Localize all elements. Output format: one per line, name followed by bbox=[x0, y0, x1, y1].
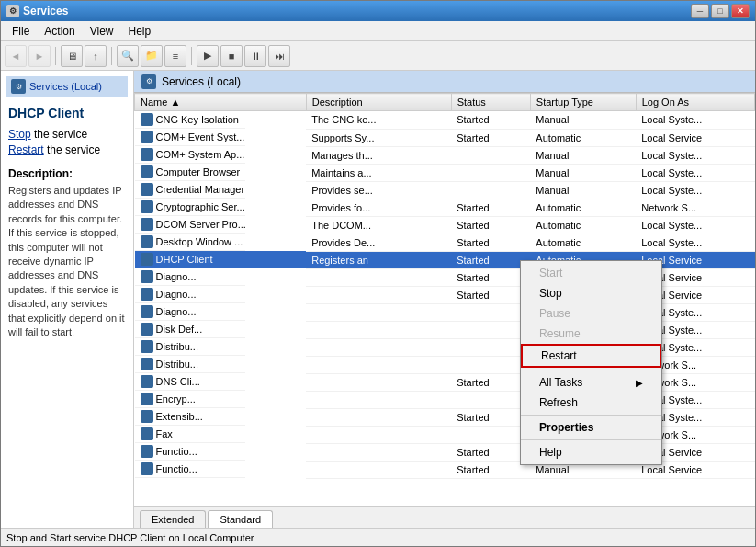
table-row[interactable]: Cryptographic Ser...Provides fo...Starte… bbox=[135, 199, 755, 216]
cell-name: Desktop Window ... bbox=[135, 234, 245, 251]
maximize-button[interactable]: □ bbox=[711, 4, 729, 18]
right-panel-header: ⚙ Services (Local) bbox=[134, 71, 755, 93]
toolbar: ◄ ► 🖥 ↑ 🔍 📁 ≡ ▶ ■ ⏸ ⏭ bbox=[1, 41, 755, 71]
service-name-text: Functio... bbox=[156, 463, 197, 474]
ctx-start[interactable]: Start bbox=[521, 263, 661, 283]
up-button[interactable]: ↑ bbox=[85, 45, 107, 67]
cell-startup: Automatic bbox=[530, 129, 636, 146]
ctx-all-tasks[interactable]: All Tasks ▶ bbox=[521, 372, 661, 393]
menu-help[interactable]: Help bbox=[121, 23, 159, 40]
folder-button[interactable]: 📁 bbox=[141, 45, 163, 67]
ctx-stop[interactable]: Stop bbox=[521, 283, 661, 303]
cell-logon: Local Syste... bbox=[636, 111, 754, 130]
service-name-text: DCOM Server Pro... bbox=[156, 219, 245, 230]
back-button[interactable]: ◄ bbox=[5, 45, 27, 67]
cell-logon: Local Syste... bbox=[636, 146, 754, 164]
list-button[interactable]: ≡ bbox=[164, 45, 186, 67]
service-icon bbox=[141, 462, 153, 475]
cell-startup: Automatic bbox=[530, 199, 636, 216]
selected-service-name: DHCP Client bbox=[8, 106, 126, 120]
ctx-sep-1 bbox=[521, 370, 661, 370]
cell-startup: Manual bbox=[530, 111, 636, 130]
cell-name: Distribu... bbox=[135, 338, 245, 356]
cell-name: Encryp... bbox=[135, 391, 245, 408]
left-panel-title: Services (Local) bbox=[29, 81, 102, 92]
main-content: ⚙ Services (Local) DHCP Client Stop the … bbox=[1, 71, 755, 528]
cell-name: DHCP Client bbox=[135, 251, 245, 268]
menu-view[interactable]: View bbox=[83, 23, 121, 40]
cell-startup: Automatic bbox=[530, 234, 636, 251]
submenu-arrow: ▶ bbox=[636, 378, 643, 388]
cell-status: Started bbox=[451, 251, 530, 268]
stop-link[interactable]: Stop bbox=[8, 128, 31, 141]
menu-action[interactable]: Action bbox=[37, 23, 82, 40]
restart-link[interactable]: Restart bbox=[8, 143, 44, 156]
title-bar: ⚙ Services ─ □ ✕ bbox=[1, 1, 755, 21]
table-row[interactable]: COM+ Event Syst...Supports Sy...StartedA… bbox=[135, 129, 755, 146]
cell-description bbox=[306, 286, 451, 303]
table-row[interactable]: COM+ System Ap...Manages th...ManualLoca… bbox=[135, 146, 755, 164]
restart-button[interactable]: ⏭ bbox=[268, 45, 290, 67]
cell-status bbox=[451, 321, 530, 338]
ctx-pause[interactable]: Pause bbox=[521, 303, 661, 324]
cell-name: Functio... bbox=[135, 443, 245, 461]
stop-button[interactable]: ■ bbox=[220, 45, 243, 67]
cell-description: Provides De... bbox=[306, 234, 451, 251]
tab-extended[interactable]: Extended bbox=[140, 510, 206, 528]
service-icon bbox=[141, 113, 153, 126]
toolbar-separator-2 bbox=[111, 47, 112, 65]
right-panel-icon: ⚙ bbox=[141, 74, 156, 89]
table-row[interactable]: Desktop Window ...Provides De...StartedA… bbox=[135, 234, 755, 251]
search-button[interactable]: 🔍 bbox=[117, 45, 139, 67]
cell-description: Supports Sy... bbox=[306, 129, 451, 146]
col-status: Status bbox=[451, 94, 530, 111]
left-panel-header: ⚙ Services (Local) bbox=[6, 76, 128, 97]
service-name-text: Disk Def... bbox=[156, 324, 203, 335]
close-button[interactable]: ✕ bbox=[731, 4, 750, 18]
menu-file[interactable]: File bbox=[5, 23, 37, 40]
table-row[interactable]: Credential ManagerProvides se...ManualLo… bbox=[135, 181, 755, 199]
service-icon bbox=[141, 445, 153, 458]
desc-text: Registers and updates IP addresses and D… bbox=[8, 184, 126, 339]
forward-button[interactable]: ► bbox=[28, 45, 51, 67]
cell-status bbox=[451, 181, 530, 199]
service-name-text: COM+ System Ap... bbox=[156, 149, 245, 160]
table-row[interactable]: Computer BrowserMaintains a...ManualLoca… bbox=[135, 164, 755, 181]
service-name-text: DHCP Client bbox=[156, 254, 213, 265]
cell-description bbox=[306, 408, 451, 426]
service-icon bbox=[141, 253, 153, 266]
tab-standard[interactable]: Standard bbox=[208, 510, 273, 528]
service-name-text: Fax bbox=[156, 428, 173, 439]
service-name-text: DNS Cli... bbox=[156, 376, 200, 387]
ctx-help[interactable]: Help bbox=[521, 442, 661, 462]
cell-name: Diagno... bbox=[135, 286, 245, 303]
service-icon bbox=[141, 183, 153, 196]
service-name-text: Desktop Window ... bbox=[156, 236, 243, 247]
ctx-properties[interactable]: Properties bbox=[521, 417, 661, 438]
cell-status bbox=[451, 146, 530, 164]
bottom-tabs: Extended Standard bbox=[134, 506, 755, 528]
service-name-text: Functio... bbox=[156, 446, 197, 457]
table-header-row: Name ▲ Description Status Startup Type L… bbox=[135, 94, 755, 111]
panel-icon: ⚙ bbox=[11, 79, 26, 94]
ctx-resume[interactable]: Resume bbox=[521, 324, 661, 344]
pause-button[interactable]: ⏸ bbox=[244, 45, 266, 67]
minimize-button[interactable]: ─ bbox=[691, 4, 709, 18]
cell-description bbox=[306, 356, 451, 373]
cell-name: Fax bbox=[135, 426, 245, 443]
play-button[interactable]: ▶ bbox=[197, 45, 219, 67]
window-icon: ⚙ bbox=[6, 5, 19, 17]
cell-description: Provides fo... bbox=[306, 199, 451, 216]
table-row[interactable]: CNG Key IsolationThe CNG ke...StartedMan… bbox=[135, 111, 755, 130]
table-row[interactable]: DCOM Server Pro...The DCOM...StartedAuto… bbox=[135, 216, 755, 234]
col-logon: Log On As bbox=[636, 94, 754, 111]
ctx-refresh[interactable]: Refresh bbox=[521, 393, 661, 413]
ctx-restart[interactable]: Restart bbox=[521, 344, 661, 368]
window-controls: ─ □ ✕ bbox=[691, 4, 750, 18]
cell-status bbox=[451, 356, 530, 373]
service-icon bbox=[141, 340, 153, 353]
computer-button[interactable]: 🖥 bbox=[61, 45, 83, 67]
service-name-text: Diagno... bbox=[156, 271, 197, 282]
cell-status: Started bbox=[451, 373, 530, 391]
cell-description bbox=[306, 391, 451, 408]
